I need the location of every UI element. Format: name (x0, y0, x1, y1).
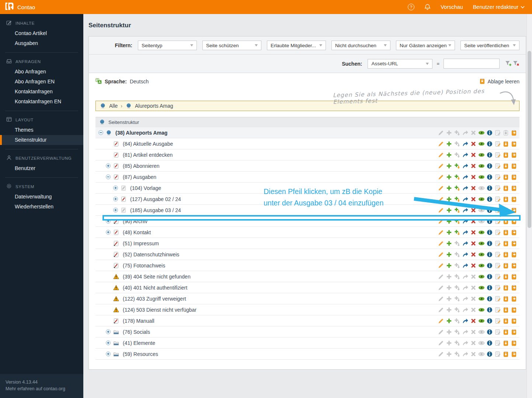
paste-into-icon[interactable] (503, 351, 509, 357)
delete-icon[interactable] (470, 240, 477, 246)
sidebar-item-wiederherstellen[interactable]: Wiederherstellen (0, 202, 83, 212)
paste-after-icon[interactable] (511, 274, 517, 280)
delete-icon[interactable] (470, 163, 477, 169)
copy-subpages-icon[interactable] (454, 163, 460, 169)
paste-into-icon[interactable] (503, 307, 509, 313)
edit-header-icon[interactable] (494, 274, 501, 280)
edit-icon[interactable] (438, 318, 444, 324)
info-icon[interactable] (486, 229, 493, 235)
info-icon[interactable] (486, 329, 493, 335)
expand-toggle[interactable] (113, 197, 118, 201)
sidebar-item-seitenstruktur[interactable]: Seitenstruktur (0, 135, 83, 145)
paste-after-icon[interactable] (511, 185, 517, 191)
clear-clipboard-button[interactable]: Ablage leeren (479, 78, 519, 85)
paste-after-icon[interactable] (511, 229, 517, 235)
edit-header-icon[interactable] (494, 263, 501, 269)
edit-header-icon[interactable] (494, 318, 501, 324)
delete-icon[interactable] (470, 141, 477, 147)
paste-after-icon[interactable] (511, 329, 517, 335)
edit-header-icon[interactable] (494, 174, 501, 180)
reset-filter-icon[interactable] (513, 61, 519, 67)
info-icon[interactable] (486, 163, 493, 169)
visibility-icon[interactable] (478, 296, 485, 302)
edit-icon[interactable] (438, 252, 444, 257)
paste-after-icon[interactable] (511, 163, 517, 169)
preview-link[interactable]: Vorschau (441, 4, 463, 10)
edit-header-icon[interactable] (494, 141, 501, 147)
new-page-icon[interactable] (446, 252, 452, 257)
page-label[interactable]: (39) 404 Seite nicht gefunden (123, 274, 191, 280)
info-icon[interactable] (486, 318, 493, 324)
info-icon[interactable] (486, 296, 493, 302)
filter-select-seite-schützen[interactable]: Seite schützen (202, 41, 261, 50)
info-icon[interactable] (486, 252, 493, 257)
visibility-icon[interactable] (478, 252, 485, 257)
paste-into-icon[interactable] (503, 318, 509, 324)
help-icon[interactable]: ? (408, 4, 414, 10)
copy-subpages-icon[interactable] (454, 229, 460, 235)
new-page-icon[interactable] (446, 152, 452, 158)
filter-select-seitentyp[interactable]: Seitentyp (138, 41, 197, 50)
sidebar-item-abo-anfragen[interactable]: Abo Anfragen (0, 67, 83, 77)
cut-icon[interactable] (462, 229, 469, 235)
sidebar-item-benutzer[interactable]: Benutzer (0, 163, 83, 173)
cut-icon[interactable] (462, 252, 469, 257)
info-icon[interactable] (486, 185, 493, 191)
copy-subpages-icon[interactable] (454, 185, 460, 191)
cut-icon[interactable] (462, 152, 469, 158)
cut-icon[interactable] (462, 163, 469, 169)
paste-into-icon[interactable] (503, 229, 509, 235)
edit-icon[interactable] (438, 163, 444, 169)
contao-link[interactable]: Mehr erfahren auf contao.org (6, 385, 78, 392)
info-icon[interactable] (486, 263, 493, 269)
delete-icon[interactable] (470, 185, 477, 191)
new-page-icon[interactable] (446, 263, 452, 269)
edit-header-icon[interactable] (494, 252, 501, 257)
edit-icon[interactable] (438, 229, 444, 235)
page-label[interactable]: (87) Ausgaben (123, 174, 156, 180)
info-icon[interactable] (486, 152, 493, 158)
edit-header-icon[interactable] (494, 240, 501, 246)
paste-into-icon[interactable] (503, 329, 509, 335)
info-icon[interactable] (486, 307, 493, 313)
new-page-icon[interactable] (446, 185, 452, 191)
info-icon[interactable] (486, 130, 493, 136)
paste-after-icon[interactable] (511, 252, 517, 257)
paste-after-icon[interactable] (511, 285, 517, 291)
page-label[interactable]: (122) 403 Zugriff verweigert (123, 296, 186, 302)
paste-into-icon[interactable] (503, 152, 509, 158)
new-page-icon[interactable] (446, 229, 452, 235)
expand-toggle[interactable] (106, 230, 111, 235)
search-field-select[interactable]: Assets-URL (368, 59, 432, 69)
delete-icon[interactable] (470, 318, 477, 324)
notifications-bell-icon[interactable] (424, 4, 431, 10)
delete-icon[interactable] (470, 152, 477, 158)
new-page-icon[interactable] (446, 240, 452, 246)
new-page-icon[interactable] (446, 318, 452, 324)
edit-header-icon[interactable] (494, 229, 501, 235)
visibility-icon[interactable] (478, 240, 485, 246)
page-label[interactable]: (185) Ausgabe 03 / 24 (130, 207, 181, 213)
info-icon[interactable] (486, 141, 493, 147)
apply-filter-icon[interactable] (505, 61, 512, 67)
expand-toggle[interactable] (106, 163, 111, 168)
edit-header-icon[interactable] (494, 296, 501, 302)
collapse-toggle[interactable] (106, 174, 111, 179)
paste-after-icon[interactable] (511, 296, 517, 302)
scrollbar-thumb[interactable] (528, 51, 531, 228)
expand-toggle[interactable] (106, 329, 111, 334)
cut-icon[interactable] (462, 263, 469, 269)
edit-icon[interactable] (438, 185, 444, 191)
paste-after-icon[interactable] (511, 263, 517, 269)
collapse-toggle[interactable] (98, 130, 103, 135)
paste-into-icon[interactable] (503, 240, 509, 246)
paste-after-icon[interactable] (511, 240, 517, 246)
edit-header-icon[interactable] (494, 307, 501, 313)
breadcrumb-current-link[interactable]: Alureports Amag (135, 103, 173, 109)
info-icon[interactable] (486, 340, 493, 346)
filter-select-erlaubte-mitglieder-[interactable]: Erlaubte Mitglieder... (267, 41, 326, 50)
filter-select-nur-gästen-anzeigen[interactable]: Nur Gästen anzeigen (396, 41, 455, 50)
cut-icon[interactable] (462, 318, 469, 324)
paste-into-icon[interactable] (503, 252, 509, 257)
expand-toggle[interactable] (106, 352, 111, 356)
